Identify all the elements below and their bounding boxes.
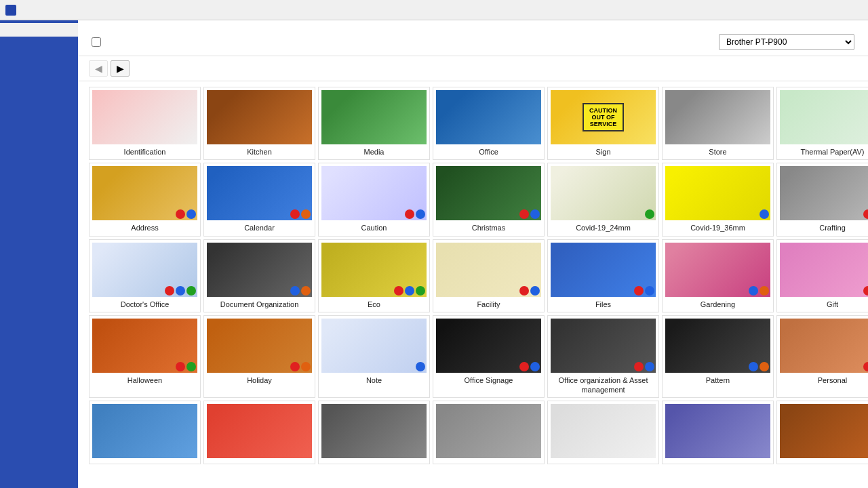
badge-blue-files <box>645 286 654 296</box>
template-card-officeorg[interactable]: Office organization & Asset management <box>547 315 659 399</box>
badge-overlay-doctor <box>165 286 196 296</box>
minimize-button[interactable] <box>766 0 797 20</box>
template-thumb-media <box>321 90 427 144</box>
template-card-address[interactable]: Address <box>89 163 201 236</box>
connect-database-checkbox[interactable] <box>92 37 101 47</box>
template-label-covid24: Covid-19_24mm <box>576 223 631 232</box>
badge-blue-docorg <box>290 286 300 296</box>
badge-red-calendar <box>290 209 300 219</box>
template-card-identification[interactable]: Identification <box>89 87 201 160</box>
badge-red-eco <box>394 286 403 296</box>
template-grid: IdentificationKitchenMediaOfficeCAUTIONO… <box>89 87 857 464</box>
badge-overlay-caution <box>405 209 425 219</box>
template-card-media[interactable]: Media <box>318 87 430 160</box>
template-label-facility: Facility <box>477 300 500 309</box>
badge-overlay-docorg <box>290 286 311 296</box>
template-card-row5a[interactable] <box>89 401 201 464</box>
template-card-gardening[interactable]: Gardening <box>662 239 774 312</box>
template-card-sign[interactable]: CAUTIONOUT OFSERVICESign <box>547 87 659 160</box>
template-card-row5b[interactable] <box>203 401 315 464</box>
badge-red-holiday <box>290 362 300 371</box>
template-thumb-facility <box>436 243 541 297</box>
sidebar <box>0 20 78 488</box>
template-thumb-calendar <box>207 166 312 220</box>
template-card-row5e[interactable] <box>547 401 659 464</box>
sidebar-item-new[interactable] <box>0 23 78 37</box>
template-thumb-gardening <box>665 243 770 297</box>
badge-red-halloween <box>176 362 185 371</box>
template-card-docorg[interactable]: Document Organization <box>203 239 315 312</box>
badge-overlay-holiday <box>290 362 311 371</box>
template-card-row5g[interactable] <box>776 401 868 464</box>
template-card-holiday[interactable]: Holiday <box>203 315 315 399</box>
template-card-eco[interactable]: Eco <box>318 239 430 312</box>
template-card-facility[interactable]: Facility <box>433 239 545 312</box>
template-card-officesignage[interactable]: Office Signage <box>433 315 545 399</box>
template-thumb-row5b <box>207 404 312 458</box>
badge-overlay-note <box>416 362 425 371</box>
template-thumb-docorg <box>207 243 312 297</box>
content-header: Brother PT-P900 <box>78 20 868 56</box>
template-card-kitchen[interactable]: Kitchen <box>203 87 315 160</box>
badge-blue-doctor <box>176 286 185 296</box>
template-label-kitchen: Kitchen <box>247 147 272 157</box>
template-thumb-row5f <box>665 404 770 458</box>
badge-blue-christmas <box>530 209 540 219</box>
title-bar-left <box>5 5 20 16</box>
template-thumb-halloween <box>92 319 197 373</box>
template-card-personal[interactable]: Personal <box>776 315 868 399</box>
printer-section: Brother PT-P900 <box>713 34 854 50</box>
maximize-button[interactable] <box>799 0 830 20</box>
template-card-gift[interactable]: Gift <box>776 239 868 312</box>
template-card-doctor[interactable]: Doctor's Office <box>89 239 201 312</box>
template-thumb-pattern <box>665 319 770 373</box>
template-thumb-holiday <box>207 319 312 373</box>
template-card-calendar[interactable]: Calendar <box>203 163 315 236</box>
printer-select[interactable]: Brother PT-P900 <box>719 34 854 50</box>
template-card-row5c[interactable] <box>318 401 430 464</box>
template-card-pattern[interactable]: Pattern <box>662 315 774 399</box>
template-label-personal: Personal <box>818 375 847 385</box>
template-card-crafting[interactable]: Crafting <box>776 163 868 236</box>
template-thumb-office <box>436 90 541 144</box>
template-label-gift: Gift <box>827 300 838 309</box>
template-card-thermal[interactable]: Thermal Paper(AV) <box>776 87 868 160</box>
badge-overlay-facility <box>519 286 540 296</box>
template-card-row5d[interactable] <box>433 401 545 464</box>
sidebar-item-open[interactable] <box>0 37 78 50</box>
nav-back-button[interactable]: ◀ <box>89 60 108 77</box>
template-thumb-row5e <box>551 404 656 458</box>
template-card-caution[interactable]: Caution <box>318 163 430 236</box>
badge-blue-note <box>416 362 425 371</box>
template-label-crafting: Crafting <box>819 223 846 232</box>
template-card-store[interactable]: Store <box>662 87 774 160</box>
close-button[interactable] <box>831 0 863 20</box>
badge-red-files <box>634 286 644 296</box>
badge-overlay-gift <box>863 286 868 296</box>
template-card-halloween[interactable]: Halloween <box>89 315 201 399</box>
template-card-office[interactable]: Office <box>433 87 545 160</box>
template-thumb-personal <box>780 319 868 373</box>
template-thumb-crafting <box>780 166 868 220</box>
sidebar-item-close[interactable] <box>0 50 78 64</box>
template-label-pattern: Pattern <box>706 375 730 385</box>
template-card-covid24[interactable]: Covid-19_24mm <box>547 163 659 236</box>
badge-blue-officeorg <box>645 362 654 371</box>
template-thumb-eco <box>321 243 427 297</box>
template-card-christmas[interactable]: Christmas <box>433 163 545 236</box>
badge-red-christmas <box>519 209 529 219</box>
template-grid-area[interactable]: IdentificationKitchenMediaOfficeCAUTIONO… <box>78 81 868 488</box>
template-thumb-identification <box>92 90 197 144</box>
badge-blue-caution <box>416 209 425 219</box>
template-label-thermal: Thermal Paper(AV) <box>801 147 865 157</box>
template-label-docorg: Document Organization <box>220 300 299 309</box>
nav-forward-button[interactable]: ▶ <box>111 60 130 77</box>
template-label-files: Files <box>595 300 611 309</box>
template-card-files[interactable]: Files <box>547 239 659 312</box>
title-bar <box>0 0 868 20</box>
badge-green-covid24 <box>645 209 654 219</box>
template-card-covid36[interactable]: Covid-19_36mm <box>662 163 774 236</box>
template-card-row5f[interactable] <box>662 401 774 464</box>
badge-overlay-files <box>634 286 654 296</box>
template-card-note[interactable]: Note <box>318 315 430 399</box>
